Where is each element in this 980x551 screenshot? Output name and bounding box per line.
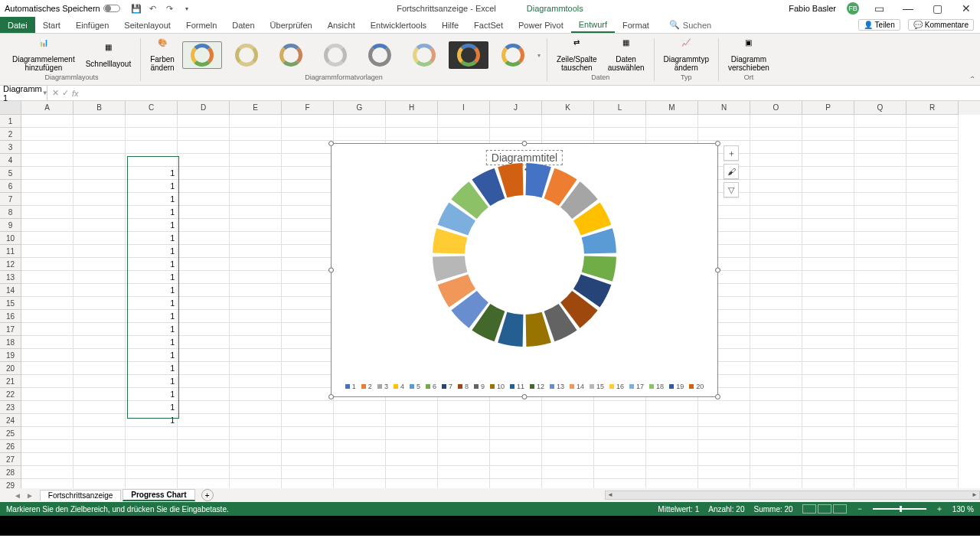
cell[interactable]	[802, 323, 854, 336]
cell[interactable]	[74, 440, 126, 453]
cell[interactable]	[21, 206, 74, 219]
minimize-button[interactable]: ―	[899, 2, 917, 15]
column-header[interactable]: R	[906, 101, 959, 115]
cell[interactable]	[21, 323, 74, 336]
cell[interactable]	[178, 258, 230, 271]
cell[interactable]	[802, 245, 854, 258]
cell[interactable]	[750, 167, 802, 180]
cell[interactable]	[230, 362, 282, 375]
chart-style-1[interactable]	[182, 41, 222, 69]
cell[interactable]	[74, 115, 126, 128]
cell[interactable]	[178, 206, 230, 219]
sheet-tab-1[interactable]: Fortschrittsanzeige	[40, 490, 121, 500]
legend-item[interactable]: 9	[474, 383, 485, 390]
cell[interactable]	[230, 388, 282, 401]
cell[interactable]	[334, 466, 386, 479]
cell[interactable]	[282, 336, 334, 349]
cell[interactable]: 1	[126, 180, 178, 193]
cell[interactable]	[802, 479, 854, 488]
cell[interactable]	[854, 271, 906, 284]
cell[interactable]	[750, 128, 802, 141]
cell[interactable]	[854, 206, 906, 219]
cell[interactable]	[750, 440, 802, 453]
cell[interactable]	[750, 219, 802, 232]
row-header[interactable]: 21	[0, 375, 21, 388]
cell[interactable]	[178, 414, 230, 427]
cell[interactable]: 1	[126, 375, 178, 388]
cell[interactable]	[282, 323, 334, 336]
cell[interactable]	[178, 115, 230, 128]
cell[interactable]	[282, 310, 334, 323]
cell[interactable]	[438, 115, 490, 128]
cell[interactable]	[21, 453, 74, 466]
cell[interactable]	[750, 271, 802, 284]
row-header[interactable]: 15	[0, 297, 21, 310]
cell[interactable]	[854, 375, 906, 388]
cell[interactable]	[854, 245, 906, 258]
cell[interactable]	[854, 154, 906, 167]
cell[interactable]	[334, 401, 386, 414]
row-header[interactable]: 8	[0, 206, 21, 219]
cell[interactable]	[334, 453, 386, 466]
chart-style-5[interactable]	[360, 41, 400, 69]
cell[interactable]	[126, 154, 178, 167]
cell[interactable]	[854, 193, 906, 206]
chart-style-2[interactable]	[227, 41, 266, 69]
resize-handle[interactable]	[328, 141, 334, 146]
cell[interactable]: 1	[126, 388, 178, 401]
cell[interactable]	[282, 284, 334, 297]
cell[interactable]	[490, 466, 542, 479]
zoom-slider[interactable]	[873, 508, 926, 510]
chart-object[interactable]: Diagrammtitel ✥ ＋ 🖌 ▽ 123456789101112131…	[331, 143, 718, 397]
cell[interactable]	[906, 232, 959, 245]
cell[interactable]	[750, 141, 802, 154]
cell[interactable]	[74, 128, 126, 141]
cell[interactable]	[802, 271, 854, 284]
cell[interactable]	[386, 401, 438, 414]
maximize-button[interactable]: ▢	[928, 2, 946, 15]
cell[interactable]	[802, 219, 854, 232]
cell[interactable]	[854, 336, 906, 349]
cell[interactable]	[854, 284, 906, 297]
legend-item[interactable]: 5	[410, 383, 420, 390]
cell[interactable]	[282, 453, 334, 466]
cell[interactable]	[74, 232, 126, 245]
cell[interactable]	[750, 180, 802, 193]
cell[interactable]	[74, 245, 126, 258]
cell[interactable]	[334, 479, 386, 488]
cell[interactable]	[802, 375, 854, 388]
cell[interactable]	[542, 453, 594, 466]
cell[interactable]	[282, 401, 334, 414]
cell[interactable]	[906, 375, 959, 388]
column-header[interactable]: G	[334, 101, 386, 115]
cell[interactable]	[230, 271, 282, 284]
cell[interactable]	[438, 128, 490, 141]
cell[interactable]	[750, 388, 802, 401]
cell[interactable]	[698, 453, 750, 466]
cell[interactable]	[74, 297, 126, 310]
cell[interactable]	[230, 258, 282, 271]
cell[interactable]	[802, 232, 854, 245]
cell[interactable]	[21, 115, 74, 128]
cell[interactable]	[906, 453, 959, 466]
cell[interactable]	[386, 115, 438, 128]
cell[interactable]	[750, 453, 802, 466]
cell[interactable]	[74, 284, 126, 297]
legend-item[interactable]: 4	[394, 383, 404, 390]
cell[interactable]	[750, 245, 802, 258]
chart-legend[interactable]: 1234567891011121314151617181920	[332, 383, 717, 390]
horizontal-scrollbar[interactable]	[605, 491, 980, 500]
column-header[interactable]: A	[21, 101, 74, 115]
row-header[interactable]: 1	[0, 115, 21, 128]
share-button[interactable]: 👤Teilen	[858, 19, 900, 31]
doughnut-chart[interactable]	[429, 159, 620, 350]
cell[interactable]	[906, 206, 959, 219]
cell[interactable]	[438, 453, 490, 466]
cell[interactable]	[178, 349, 230, 362]
comments-button[interactable]: 💬Kommentare	[908, 19, 974, 31]
ribbon-mode-icon[interactable]: ▭	[870, 2, 888, 15]
cell[interactable]	[386, 479, 438, 488]
cell[interactable]	[438, 466, 490, 479]
cell[interactable]	[750, 479, 802, 488]
cell[interactable]	[490, 479, 542, 488]
